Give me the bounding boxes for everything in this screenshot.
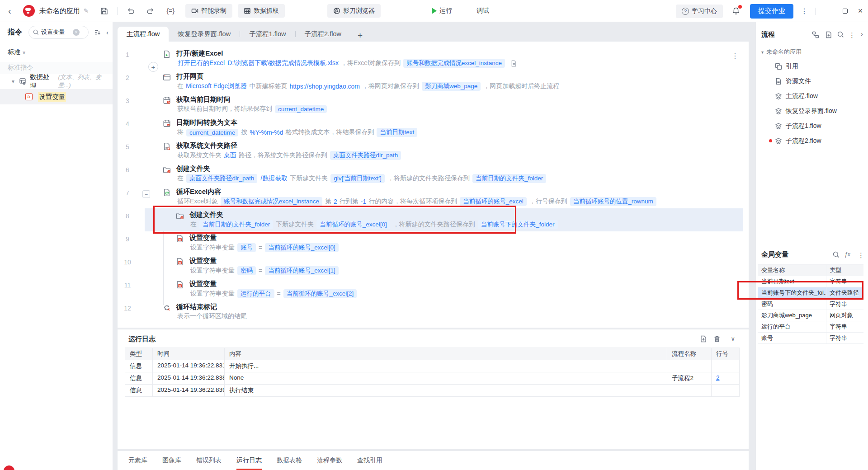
variable-row[interactable]: 运行的平台字符串 — [758, 321, 863, 333]
close-button[interactable]: × — [853, 0, 868, 22]
fx-icon[interactable]: ƒx — [844, 251, 850, 258]
step-row[interactable]: 4txt日期时间转换为文本将current_datetime按%Y-%m-%d格… — [118, 116, 749, 139]
variable-chip[interactable]: 账号和数据完成情况excel_instance — [403, 59, 505, 68]
param-value[interactable]: 桌面 — [224, 151, 236, 160]
bottom-tab[interactable]: 运行日志 — [236, 451, 262, 470]
variable-chip[interactable]: 当前账号下的文件夹_folder — [478, 220, 558, 229]
clear-search-icon[interactable]: × — [73, 29, 80, 36]
step-row[interactable]: 10fx设置变量设置字符串变量密码=当前循环的账号_excel[1] — [118, 254, 749, 277]
export-log-icon[interactable] — [700, 335, 707, 343]
variable-chip[interactable]: 当前日期text — [377, 128, 417, 137]
variable-chip[interactable]: 账号 — [237, 243, 256, 252]
add-flow-tab-button[interactable]: + — [350, 31, 370, 41]
minimize-button[interactable]: — — [822, 0, 837, 22]
redo-icon[interactable] — [146, 7, 155, 15]
search-vars-icon[interactable] — [833, 251, 840, 258]
save-icon[interactable] — [100, 7, 108, 15]
variable-row[interactable]: 当前账号下的文件夹_fol...文件夹路径 — [758, 287, 863, 299]
variable-chip[interactable]: 运行的平台 — [237, 289, 274, 298]
maximize-button[interactable] — [837, 0, 853, 22]
variable-row[interactable]: 影刀商城web_page网页对象 — [758, 310, 863, 321]
command-filter-dropdown[interactable]: 标准 ∨ — [8, 48, 113, 56]
variable-chip[interactable]: 当前循环的账号_excel[0] — [265, 243, 339, 252]
flow-more-icon[interactable]: ⋮ — [849, 31, 855, 39]
bottom-tab[interactable]: 数据表格 — [277, 451, 302, 470]
search-flow-icon[interactable] — [837, 31, 844, 38]
log-row[interactable]: 信息2025-01-14 19:36:22.831开始执行... — [125, 360, 739, 372]
param-value[interactable]: Microsoft Edge浏览器 — [186, 82, 247, 90]
learn-center-button[interactable]: ? 学习中心 — [676, 5, 723, 18]
file-open-icon[interactable] — [510, 60, 517, 67]
submit-job-button[interactable]: 提交作业 — [750, 4, 793, 19]
command-search-field[interactable] — [41, 29, 73, 36]
insert-step-button[interactable]: + — [148, 62, 158, 72]
variable-row[interactable]: 账号字符串 — [758, 333, 863, 344]
variable-row[interactable]: 当前日期text字符串 — [758, 276, 863, 287]
variable-chip[interactable]: 桌面文件夹路径dir_path — [186, 174, 257, 183]
variable-chip[interactable]: 当前日期的文件夹_folder — [472, 174, 546, 183]
step-row[interactable]: 12循环结束标记表示一个循环区域的结尾 — [118, 301, 749, 324]
flow-tree-item[interactable]: 主流程.flow — [756, 89, 868, 103]
flow-tab[interactable]: 主流程.flow — [118, 27, 169, 42]
flow-tree-root[interactable]: ▾未命名的应用 — [756, 45, 868, 59]
variable-chip[interactable]: 当前循环的账号_excel[1] — [265, 266, 339, 275]
variable-chip[interactable]: current_datetime — [186, 129, 238, 136]
data-scrape-button[interactable]: 数据抓取 — [238, 4, 285, 18]
variable-chip[interactable]: 密码 — [237, 266, 256, 275]
flow-tab[interactable]: 子流程1.flow — [240, 27, 295, 42]
variables-code-icon[interactable]: {=} — [166, 8, 175, 14]
step-row[interactable]: 5获取系统文件夹路径获取系统文件夹桌面路径，将系统文件夹路径保存到桌面文件夹路径… — [118, 139, 749, 162]
flow-relation-icon[interactable] — [812, 31, 819, 38]
flow-tab[interactable]: 子流程2.flow — [296, 27, 350, 42]
bottom-tab[interactable]: 错误列表 — [196, 451, 222, 470]
param-value[interactable]: 2 — [334, 198, 337, 205]
variable-chip[interactable]: current_datetime — [275, 105, 327, 113]
step-row[interactable]: 3获取当前日期时间获取当前日期时间，将结果保存到current_datetime — [118, 93, 749, 116]
step-menu-icon[interactable]: ⋮ — [731, 52, 739, 60]
step-row[interactable]: 1打开/新建Excel打开已有的ExcelD:\浏览器下载\数据完成情况表模板.… — [118, 47, 749, 70]
clear-log-icon[interactable] — [713, 335, 721, 343]
log-line-link[interactable]: 2 — [716, 374, 720, 381]
variable-chip[interactable]: 桌面文件夹路径dir_path — [330, 151, 401, 160]
flow-tree-item[interactable]: 恢复登录界面.flow — [756, 103, 868, 118]
param-value[interactable]: -1 — [361, 198, 366, 205]
back-icon[interactable]: ‹ — [8, 6, 11, 15]
more-menu-icon[interactable]: ⋮ — [801, 7, 808, 15]
smart-record-button[interactable]: 智能录制 — [185, 4, 232, 18]
step-row[interactable]: 9fx设置变量设置字符串变量账号=当前循环的账号_excel[0] — [118, 231, 749, 254]
variable-chip[interactable]: 当前循环的账号_excel[0] — [316, 220, 390, 229]
bottom-tab[interactable]: 图像库 — [162, 451, 181, 470]
undo-icon[interactable] — [127, 7, 135, 15]
param-value[interactable]: /数据获取 — [260, 174, 288, 183]
vars-more-icon[interactable]: ⋮ — [858, 251, 864, 259]
step-row[interactable]: 7循环Excel内容循环Excel对象账号和数据完成情况excel_instan… — [118, 185, 749, 208]
variable-chip[interactable]: 影刀商城web_page — [422, 82, 481, 91]
step-row[interactable]: 8创建文件夹在当前日期的文件夹_folder下新建文件夹当前循环的账号_exce… — [118, 208, 749, 231]
run-button[interactable]: 运行 — [426, 4, 458, 18]
flow-tree-item[interactable]: 子流程2.flow — [756, 133, 868, 148]
variable-chip[interactable]: 当前循环的账号_excel[2] — [283, 289, 357, 298]
step-row[interactable]: 2打开网页在Microsoft Edge浏览器中新建标签页https://sho… — [118, 70, 749, 93]
param-value[interactable]: D:\浏览器下载\数据完成情况表模板.xlsx — [227, 59, 339, 67]
log-row[interactable]: 信息2025-01-14 19:36:22.839执行结束 — [125, 385, 739, 397]
collapse-panel-icon[interactable]: ‹ — [106, 28, 108, 36]
variable-chip[interactable]: glv['当前日期text'] — [330, 174, 385, 183]
variable-chip[interactable]: 当前循环账号的位置_rownum — [570, 197, 656, 206]
flow-tree-item[interactable]: 资源文件 — [756, 74, 868, 89]
command-search-input[interactable]: × — [28, 26, 89, 39]
param-value[interactable]: %Y-%m-%d — [250, 129, 283, 136]
variable-chip[interactable]: 当前日期的文件夹_folder — [199, 220, 273, 229]
variable-chip[interactable]: 账号和数据完成情况excel_instance — [221, 197, 322, 206]
log-row[interactable]: 信息2025-01-14 19:36:22.838None子流程22 — [125, 372, 739, 385]
variable-chip[interactable]: 当前循环的账号_excel — [460, 197, 527, 206]
flow-tree-item[interactable]: 引用 — [756, 59, 868, 74]
param-value[interactable]: https://shop.yingdao.com — [289, 83, 360, 90]
edit-title-icon[interactable]: ✎ — [84, 8, 89, 14]
yingdao-browser-button[interactable]: 影刀浏览器 — [327, 4, 381, 18]
step-row[interactable]: 11fx设置变量设置字符串变量运行的平台=当前循环的账号_excel[2] — [118, 277, 749, 301]
flow-tree-item[interactable]: 子流程1.flow — [756, 118, 868, 133]
command-set-variable[interactable]: fx 设置变量 — [0, 89, 113, 104]
param-value[interactable]: 打开已有的Excel — [178, 59, 225, 67]
collapse-loop-button[interactable]: − — [142, 190, 150, 198]
add-flow-icon[interactable] — [825, 31, 832, 38]
